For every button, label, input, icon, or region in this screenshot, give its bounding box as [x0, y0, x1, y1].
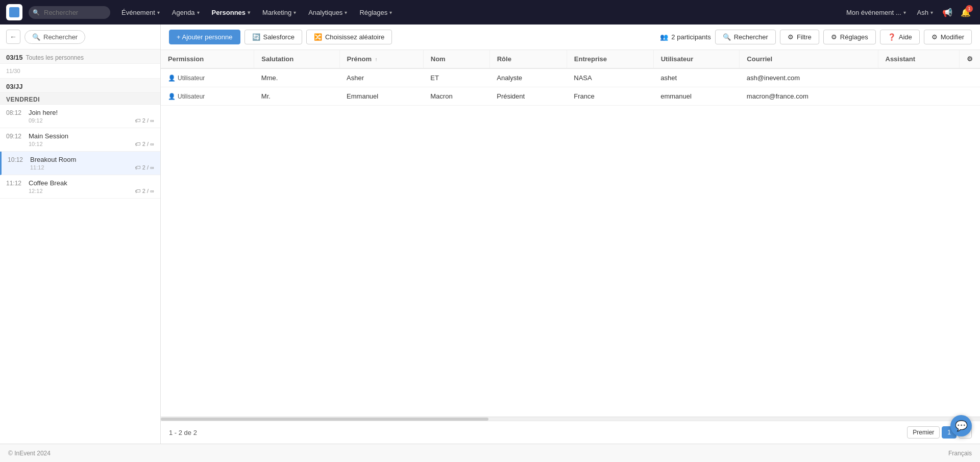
nav-analytiques[interactable]: Analytiques ▾	[303, 6, 352, 19]
top-navigation: Événement ▾ Agenda ▾ Personnes ▾ Marketi…	[0, 0, 980, 25]
col-courriel: Courriel	[740, 50, 878, 68]
nav-reglages[interactable]: Réglages ▾	[354, 6, 397, 19]
reglages-button[interactable]: ⚙ Réglages	[823, 30, 876, 44]
cell-entreprise-1: France	[567, 87, 653, 106]
user-icon: 👤	[168, 93, 176, 100]
toolbar-right: 👥 2 participants 🔍 Rechercher ⚙ Filtre ⚙…	[660, 30, 972, 44]
sidebar-search-button[interactable]: 🔍 Rechercher	[24, 30, 85, 44]
modify-button[interactable]: ⚙ Modifier	[924, 30, 972, 44]
cell-entreprise-0: NASA	[567, 68, 653, 87]
nav-marketing[interactable]: Marketing ▾	[257, 6, 301, 19]
top-search-input[interactable]	[29, 6, 110, 19]
cell-courriel-1: macron@france.com	[740, 87, 878, 106]
cell-salutation-1: Mr.	[254, 87, 339, 106]
col-nom: Nom	[423, 50, 489, 68]
bottom-bar: © InEvent 2024 Français	[0, 444, 980, 462]
session-main-session[interactable]: 09:12 Main Session 10:12 🏷 2 / ∞	[0, 128, 160, 152]
chevron-down-icon: ▾	[197, 10, 200, 15]
user-icon: 👤	[168, 75, 176, 82]
cell-courriel-0: ash@inevent.com	[740, 68, 878, 87]
participants-table-wrap: Permission Salutation Prénom ↑ Nom Rôle …	[161, 50, 980, 417]
col-salutation: Salutation	[254, 50, 339, 68]
bottom-bar-right: Français	[948, 450, 972, 457]
date-group-03jj: 03/JJ VENDREDI 08:12 Join here! 09:12 🏷 …	[0, 79, 160, 199]
col-permission: Permission	[161, 50, 254, 68]
sidebar: ← 🔍 Rechercher 03/15 Toutes les personne…	[0, 25, 161, 444]
cell-assistant-0	[878, 68, 960, 87]
col-settings[interactable]: ⚙	[960, 50, 981, 68]
cell-permission-1: 👤 Utilisateur	[161, 87, 254, 106]
chevron-down-icon: ▾	[389, 10, 392, 15]
cell-settings-0	[960, 68, 981, 87]
add-person-button[interactable]: + Ajouter personne	[169, 30, 240, 44]
session-breakout-room[interactable]: 10:12 Breakout Room 11:12 🏷 2 / ∞	[0, 152, 160, 175]
chevron-down-icon: ▾	[157, 10, 160, 15]
col-utilisateur: Utilisateur	[653, 50, 740, 68]
filter-button[interactable]: ⚙ Filtre	[780, 30, 819, 44]
participants-count: 👥 2 participants	[660, 33, 710, 41]
user-menu[interactable]: Ash ▾	[913, 7, 937, 18]
bell-icon[interactable]: 🔔 1	[958, 4, 974, 20]
date-group-0315: 03/15 Toutes les personnes 11/30	[0, 50, 160, 79]
sidebar-content: 03/15 Toutes les personnes 11/30 03/JJ V…	[0, 50, 160, 444]
nav-agenda[interactable]: Agenda ▾	[167, 6, 205, 19]
table-row: 👤 Utilisateur Mme. Asher ET Analyste NAS…	[161, 68, 980, 87]
cell-nom-0: ET	[423, 68, 489, 87]
tag-icon: 🏷	[135, 164, 140, 171]
pagination-info: 1 - 2 de 2	[169, 429, 197, 436]
table-row: 👤 Utilisateur Mr. Emmanuel Macron Présid…	[161, 87, 980, 106]
copyright: © InEvent 2024	[8, 450, 51, 457]
nav-personnes[interactable]: Personnes ▾	[207, 6, 255, 19]
content-area: + Ajouter personne 🔄 Salesforce 🔀 Choisi…	[161, 25, 980, 444]
cell-role-1: Président	[489, 87, 567, 106]
sync-icon: 🔄	[252, 33, 260, 41]
cell-nom-1: Macron	[423, 87, 489, 106]
day-vendredi: VENDREDI	[0, 93, 160, 105]
sort-asc-icon: ↑	[375, 57, 378, 62]
chevron-down-icon: ▾	[930, 10, 933, 15]
megaphone-icon[interactable]: 📢	[939, 4, 955, 20]
nav-evenement[interactable]: Événement ▾	[116, 6, 165, 19]
cell-permission-0: 👤 Utilisateur	[161, 68, 254, 87]
search-button[interactable]: 🔍 Rechercher	[715, 30, 776, 44]
chevron-down-icon: ▾	[345, 10, 347, 15]
salesforce-button[interactable]: 🔄 Salesforce	[244, 30, 302, 44]
main-layout: ← 🔍 Rechercher 03/15 Toutes les personne…	[0, 25, 980, 444]
person-icon: 👥	[660, 33, 668, 41]
col-assistant: Assistant	[878, 50, 960, 68]
all-persons-item[interactable]: 11/30	[0, 64, 160, 79]
date-header-03jj: 03/JJ	[0, 79, 160, 93]
back-button[interactable]: ←	[6, 30, 20, 44]
session-join-here[interactable]: 08:12 Join here! 09:12 🏷 2 / ∞	[0, 105, 160, 128]
random-button[interactable]: 🔀 Choisissez aléatoire	[306, 30, 392, 44]
help-icon: ❓	[888, 33, 896, 41]
col-prenom[interactable]: Prénom ↑	[339, 50, 423, 68]
gear-icon: ⚙	[831, 33, 837, 41]
cell-assistant-1	[878, 87, 960, 106]
language-selector[interactable]: Français	[948, 450, 972, 457]
first-page-button[interactable]: Premier	[907, 426, 940, 439]
sidebar-header: ← 🔍 Rechercher	[0, 25, 160, 50]
search-icon: 🔍	[32, 33, 40, 41]
cell-utilisateur-1: emmanuel	[653, 87, 740, 106]
participants-table: Permission Salutation Prénom ↑ Nom Rôle …	[161, 50, 980, 106]
tag-icon: 🏷	[135, 117, 140, 124]
topnav-right: Mon événement ... ▾ Ash ▾ 📢 🔔 1	[841, 4, 974, 20]
content-toolbar: + Ajouter personne 🔄 Salesforce 🔀 Choisi…	[161, 25, 980, 50]
chevron-down-icon: ▾	[293, 10, 296, 15]
horizontal-scrollbar[interactable]	[161, 417, 980, 421]
search-icon: 🔍	[723, 33, 731, 41]
date-header-0315: 03/15 Toutes les personnes	[0, 50, 160, 64]
mon-evenement-menu[interactable]: Mon événement ... ▾	[841, 6, 911, 19]
col-role: Rôle	[489, 50, 567, 68]
chevron-down-icon: ▾	[903, 10, 906, 15]
cell-settings-1	[960, 87, 981, 106]
cell-prenom-0: Asher	[339, 68, 423, 87]
filter-icon: ⚙	[788, 33, 794, 41]
scroll-thumb[interactable]	[161, 418, 488, 421]
top-search-wrap	[29, 6, 110, 19]
session-coffee-break[interactable]: 11:12 Coffee Break 12:12 🏷 2 / ∞	[0, 175, 160, 199]
chat-fab-button[interactable]: 💬	[950, 415, 972, 436]
help-button[interactable]: ❓ Aide	[880, 30, 920, 44]
cell-role-0: Analyste	[489, 68, 567, 87]
